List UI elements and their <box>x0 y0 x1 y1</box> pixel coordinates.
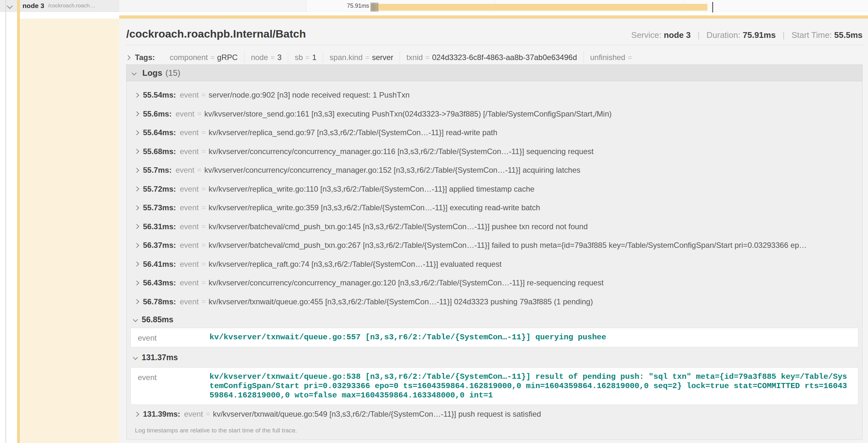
tag-value: 3 <box>277 53 281 62</box>
chevron-right-icon[interactable] <box>134 168 140 173</box>
chevron-down-icon[interactable] <box>133 317 138 322</box>
log-equals: = <box>202 91 206 99</box>
log-row[interactable]: 56.78ms:event=kv/kvserver/txnwait/queue.… <box>127 293 862 311</box>
log-tick <box>377 3 378 11</box>
log-row[interactable]: 56.43ms:event=kv/kvserver/concurrency/co… <box>127 273 862 293</box>
tags-list: component=gRPCnode=3sb=1span.kind=server… <box>163 52 641 63</box>
log-field-key: event <box>180 241 199 250</box>
log-row[interactable]: 56.31ms:event=kv/kvserver/batcheval/cmd_… <box>127 217 862 236</box>
log-row[interactable]: 55.6ms:event=kv/kvserver/store_send.go:1… <box>127 105 862 124</box>
tag-key: sb <box>294 53 303 62</box>
tag-key: unfinished <box>590 53 625 62</box>
log-row[interactable]: 55.68ms:event=kv/kvserver/concurrency/co… <box>127 142 862 161</box>
span-duration-bar[interactable] <box>371 4 707 10</box>
log-field-key: event <box>180 91 199 100</box>
log-row[interactable]: 56.37ms:event=kv/kvserver/batcheval/cmd_… <box>127 236 862 255</box>
log-equals: = <box>202 241 206 249</box>
tag-equals: = <box>210 54 215 62</box>
tag-item: component=gRPC <box>163 52 244 63</box>
log-row[interactable]: 131.39ms:event=kv/kvserver/txnwait/queue… <box>127 405 862 424</box>
span-detail-title: /cockroach.roachpb.Internal/Batch <box>126 28 306 40</box>
tags-accordion-header[interactable]: Tags: component=gRPCnode=3sb=1span.kind=… <box>126 50 641 65</box>
log-row[interactable]: 55.7ms:event=kv/kvserver/concurrency/con… <box>127 161 862 180</box>
chevron-down-icon[interactable] <box>7 3 12 9</box>
meta-separator: | <box>782 30 785 40</box>
tag-item: sb=1 <box>288 52 323 63</box>
log-timestamp: 55.68ms: <box>143 147 176 156</box>
log-tick <box>375 3 375 11</box>
logs-body: 55.54ms:event=server/node.go:902 [n3] no… <box>126 81 863 440</box>
duration-value: 75.91ms <box>743 30 776 40</box>
log-field-key: event <box>180 297 199 306</box>
chevron-right-icon[interactable] <box>134 149 140 154</box>
chevron-right-icon[interactable] <box>134 280 140 285</box>
chevron-right-icon[interactable] <box>134 412 140 417</box>
logs-footer-note: Log timestamps are relative to the start… <box>127 427 862 434</box>
tag-value: 024d3323-6c8f-4863-aa8b-37ab0e63496d <box>432 53 577 62</box>
log-row[interactable]: 56.41ms:event=kv/kvserver/replica_raft.g… <box>127 255 862 274</box>
tag-key: span.kind <box>330 53 363 62</box>
service-value: node 3 <box>664 30 691 40</box>
log-field-value: kv/kvserver/replica_raft.go:74 [n3,s3,r6… <box>209 260 501 269</box>
trace-span-detail-view: node 3 /cockroach.roach… 75.91ms /cockro… <box>0 0 868 443</box>
duration-label: Duration: <box>706 30 741 40</box>
span-name-column-spacer <box>119 0 306 12</box>
log-timestamp: 56.41ms: <box>143 260 176 269</box>
logs-count: (15) <box>165 68 180 78</box>
log-field-key: event <box>184 410 203 419</box>
chevron-right-icon[interactable] <box>134 93 140 98</box>
span-duration-label: 75.91ms <box>307 0 369 11</box>
chevron-right-icon[interactable] <box>134 205 140 210</box>
log-equals: = <box>197 110 202 118</box>
tag-equals: = <box>365 54 369 62</box>
log-equals: = <box>197 166 202 174</box>
log-row-expanded-header[interactable]: 131.37ms <box>127 347 862 367</box>
log-row-expanded-header[interactable]: 56.85ms <box>127 311 862 328</box>
chevron-right-icon[interactable] <box>134 111 140 116</box>
log-field-value: server/node.go:902 [n3] node received re… <box>209 91 410 100</box>
log-equals: = <box>206 410 210 418</box>
log-field-value: kv/kvserver/txnwait/queue.go:557 [n3,s3,… <box>210 333 606 343</box>
log-timestamp: 55.64ms: <box>143 128 176 137</box>
span-color-bar <box>17 0 20 443</box>
chevron-down-icon[interactable] <box>133 355 138 360</box>
chevron-right-icon[interactable] <box>134 186 140 192</box>
log-timestamp: 131.37ms <box>142 353 178 362</box>
logs-accordion-header[interactable]: Logs (15) <box>126 65 863 81</box>
chevron-right-icon[interactable] <box>134 130 140 135</box>
span-tree-connector-line <box>5 0 6 443</box>
chevron-right-icon[interactable] <box>134 224 140 229</box>
log-field-key: event <box>180 278 199 287</box>
log-equals: = <box>202 279 206 287</box>
log-row[interactable]: 55.54ms:event=server/node.go:902 [n3] no… <box>127 86 862 105</box>
tag-value: server <box>372 53 394 62</box>
tag-equals: = <box>306 54 310 62</box>
log-field-key: event <box>180 184 199 194</box>
log-timestamp: 55.73ms: <box>143 203 176 212</box>
log-row[interactable]: 55.73ms:event=kv/kvserver/replica_write.… <box>127 198 862 217</box>
log-equals: = <box>202 128 206 137</box>
log-row[interactable]: 55.72ms:event=kv/kvserver/replica_write.… <box>127 180 862 199</box>
tag-item: span.kind=server <box>323 52 400 63</box>
log-row[interactable]: 55.64ms:event=kv/kvserver/replica_send.g… <box>127 123 862 142</box>
chevron-down-icon[interactable] <box>132 70 137 75</box>
log-timestamp: 131.39ms: <box>143 410 180 419</box>
span-row[interactable]: node 3 /cockroach.roach… 75.91ms <box>0 0 868 11</box>
chevron-right-icon[interactable] <box>134 243 140 248</box>
tag-item: node=3 <box>244 52 288 63</box>
service-label: Service: <box>631 30 661 40</box>
log-field-key: event <box>180 260 199 269</box>
log-field-value: kv/kvserver/concurrency/concurrency_mana… <box>209 278 603 287</box>
log-equals: = <box>202 260 206 268</box>
log-field-value: kv/kvserver/batcheval/cmd_push_txn.go:14… <box>209 222 588 231</box>
tag-equals: = <box>628 54 632 62</box>
tag-item: txnid=024d3323-6c8f-4863-aa8b-37ab0e6349… <box>400 52 583 63</box>
chevron-right-icon[interactable] <box>126 55 131 60</box>
log-field-value: kv/kvserver/concurrency/concurrency_mana… <box>209 147 593 156</box>
chevron-right-icon[interactable] <box>134 262 140 267</box>
start-time-label: Start Time: <box>792 30 832 40</box>
tag-key: component <box>169 53 208 62</box>
chevron-right-icon[interactable] <box>134 299 140 304</box>
log-timestamp: 55.7ms: <box>143 166 172 175</box>
span-row-tint-column <box>20 19 119 443</box>
